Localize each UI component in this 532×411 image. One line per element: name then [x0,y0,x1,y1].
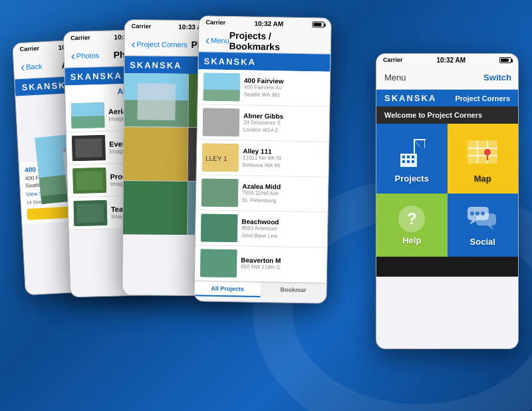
grid-item-help[interactable]: ? Help [376,194,448,257]
grid-photo-5[interactable] [123,181,188,235]
project-addr: 400 Fairview AvSeattle WA 981 [244,84,284,99]
project-corners-title: Project Corners [455,94,510,102]
back-button-2[interactable]: Photos [71,49,100,62]
help-icon: ? [398,206,425,232]
grid-item-social[interactable]: Social [448,194,519,257]
tab-bookmarks[interactable]: Bookmar [260,283,326,299]
skanska-logo-5: SKANSKA [384,93,436,103]
time-4: 10:32 AM [254,19,283,27]
list-item[interactable]: Abner Gibbs 24 Grosvenor SLondon W1A 2 [198,104,330,142]
svg-point-67 [475,211,479,215]
list-item[interactable]: Beaverton M 650 NW 118th S [195,245,327,283]
svg-rect-49 [407,160,410,163]
list-item[interactable]: 400 Fairview 400 Fairview AvSeattle WA 9… [198,69,330,106]
project-thumb [201,178,239,207]
svg-rect-41 [201,178,239,207]
project-thumb [201,213,238,242]
photo-thumb-team [73,200,107,226]
svg-rect-22 [75,138,102,158]
status-bar-5: Carrier 10:32 AM [376,54,518,66]
tab-all-projects[interactable]: All Projects [194,281,260,297]
svg-rect-45 [402,156,405,158]
carrier-4: Carrier [206,19,226,26]
skanska-logo-3: SKANSKA [130,60,182,70]
svg-rect-38 [203,108,240,136]
projects-tabs: All Projects Bookmar [194,281,326,298]
list-item[interactable]: Beachwood 8583 AmericanJoint Base Lew [196,210,328,247]
svg-rect-37 [203,89,240,101]
switch-label[interactable]: Switch [483,72,511,82]
skanska-logo-2: SKANSKA [70,70,122,82]
list-item[interactable]: Azalea Midd 7855 22Nd AveSt. Petersburg [196,175,329,212]
social-icon [464,204,501,233]
svg-marker-65 [487,225,494,230]
svg-rect-42 [201,213,238,242]
social-label: Social [470,237,495,247]
back-button-4[interactable]: Menu [205,34,229,47]
project-info: Abner Gibbs 24 Grosvenor SLondon W1A 2 [243,112,284,134]
project-info: 400 Fairview 400 Fairview AvSeattle WA 9… [244,77,284,99]
svg-line-53 [414,140,420,147]
svg-rect-54 [424,140,425,148]
svg-rect-52 [414,139,426,140]
carrier-3: Carrier [132,23,152,29]
project-thumb: LLEY 1 [202,143,239,172]
svg-rect-46 [407,156,410,158]
nav-title-4: Projects / Bookmarks [229,30,307,53]
svg-rect-34 [123,181,188,235]
projects-icon [394,134,430,170]
project-addr: 8583 AmericanJoint Base Lew [241,225,279,240]
back-button-1[interactable]: Back [21,60,43,73]
menu-label[interactable]: Menu [384,72,406,82]
project-addr: 7855 22Nd AveSt. Petersburg [242,190,281,205]
svg-point-66 [470,211,474,215]
svg-rect-20 [71,116,104,128]
main-grid-menu: Projects Map ? Help [376,124,518,257]
svg-point-60 [484,149,491,156]
skanska-header-4: SKANSKA [198,52,330,71]
time-5: 10:32 AM [436,57,466,64]
carrier-2: Carrier [70,34,90,41]
grid-photo-3[interactable] [124,127,188,181]
svg-point-68 [481,211,485,215]
phone-welcome: Carrier 10:32 AM Menu Switch SKANSKA Pro… [376,53,519,349]
project-info: Beachwood 8583 AmericanJoint Base Lew [241,218,279,240]
battery-5 [499,57,511,64]
svg-rect-47 [412,156,414,158]
bottom-bar [376,257,518,277]
svg-rect-29 [137,83,175,120]
help-label: Help [402,235,421,245]
svg-rect-51 [414,139,415,156]
project-thumb [203,72,241,101]
welcome-bar: Welcome to Project Corners [376,106,518,124]
project-info: Alley 111 11011 Ne 9th StBellevue WA 98 [243,148,281,170]
photo-thumb-events [72,135,106,161]
nav-bar-4: Menu Projects / Bookmarks [199,28,331,54]
svg-rect-24 [76,171,103,190]
battery-4 [312,21,324,28]
svg-text:LLEY 1: LLEY 1 [205,155,227,163]
photo-thumb-aerial [71,102,105,128]
grid-item-projects[interactable]: Projects [376,124,448,194]
svg-rect-50 [412,160,414,163]
svg-rect-26 [77,204,104,223]
svg-rect-64 [476,213,496,225]
phone-projects: Carrier 10:32 AM Menu Projects / Bookmar… [194,15,331,303]
back-button-3[interactable]: Project Corners [131,38,188,51]
project-thumb [200,249,237,277]
projects-label: Projects [395,174,429,184]
skanska-logo-4: SKANSKA [203,56,256,67]
svg-rect-43 [200,249,237,277]
project-corners-header: SKANSKA Project Corners [376,90,518,106]
project-addr: 11011 Ne 9th StBellevue WA 98 [243,155,281,170]
svg-rect-48 [402,160,405,163]
list-item[interactable]: LLEY 1 Alley 111 11011 Ne 9th StBellevue… [197,140,329,177]
carrier-5: Carrier [383,57,403,63]
svg-rect-55 [467,140,497,164]
grid-item-map[interactable]: Map [448,124,519,194]
photo-thumb-progress [72,168,106,194]
project-info: Beaverton M 650 NW 118th S [241,257,281,271]
project-thumb [203,108,240,136]
grid-photo-1[interactable] [124,73,188,127]
map-icon [464,134,501,170]
